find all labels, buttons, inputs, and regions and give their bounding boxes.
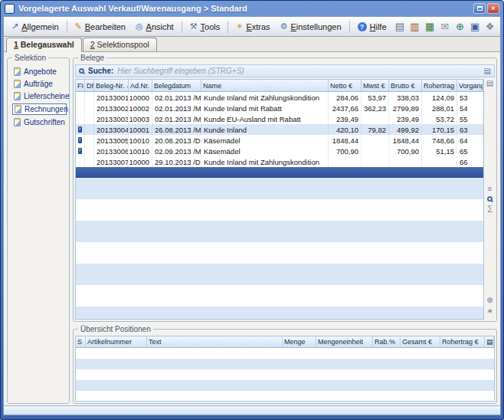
cell-fi: [76, 156, 85, 167]
col-header-belegdatum[interactable]: Belegdatum: [152, 80, 201, 91]
col-header-s[interactable]: S: [76, 336, 86, 347]
close-button[interactable]: ×: [487, 3, 499, 14]
booked-icon: [78, 126, 82, 133]
col-header-dr[interactable]: DR: [85, 80, 94, 91]
toolbar-separator: [67, 21, 67, 33]
tab-selektionspool[interactable]: 2 Selektionspool: [83, 38, 157, 51]
search-options-icon[interactable]: ▤: [484, 67, 491, 75]
cell-dr: [85, 92, 94, 103]
maximize-button[interactable]: [473, 3, 486, 14]
col-header-gesamt[interactable]: Gesamt €: [401, 336, 440, 347]
col-header-mwst[interactable]: Mwst €: [362, 80, 389, 91]
positionen-header: S Artikelnummer Text Menge Mengeneinheit…: [76, 336, 494, 348]
add-icon[interactable]: ⊕: [486, 297, 493, 304]
sidebar-item-auftraege[interactable]: Aufträge: [12, 79, 67, 89]
col-header-vorgang[interactable]: Vorgang: [457, 80, 483, 91]
cell-brutto: 338,03: [389, 92, 422, 103]
cell-belegnr: 20133005: [94, 135, 129, 146]
cell-adnr: 10001: [129, 124, 152, 135]
col-header-rohertrag[interactable]: Rohertrag €: [422, 80, 457, 91]
menu-tools[interactable]: ⚒ Tools: [185, 20, 225, 34]
belege-grid: FI DR Beleg-Nr.▲ Ad.Nr. Belegdatum Name …: [75, 79, 484, 320]
selektion-title: Selektion: [12, 54, 48, 62]
address-book-icon[interactable]: ▥: [407, 20, 422, 34]
cell-fi: [76, 124, 85, 135]
mail-icon[interactable]: ✉: [437, 20, 452, 34]
cell-dr: [85, 113, 94, 124]
selected-row[interactable]: [76, 167, 483, 178]
table-row[interactable]: 20133007 10000 29.10.2013 /Di Kunde Inla…: [76, 156, 483, 167]
table-row[interactable]: 20133006 10010 02.09.2013 /Mo Käsemädel …: [76, 146, 483, 156]
belege-title: Belege: [78, 54, 106, 62]
package-icon[interactable]: ▦: [423, 20, 437, 34]
cell-name: Käsemädel: [201, 146, 329, 156]
zoom-icon[interactable]: [487, 196, 493, 202]
cell-netto: [329, 156, 362, 167]
search-input[interactable]: Hier Suchbegriff eingeben (STRG+S): [117, 67, 479, 75]
menu-allgemein[interactable]: ↗ Allgemein: [7, 20, 64, 34]
col-header-rab[interactable]: Rab.%: [373, 336, 401, 347]
table-row[interactable]: 20133001 10000 02.01.2013 /Mi Kunde Inla…: [76, 92, 483, 103]
col-header-text[interactable]: Text: [147, 336, 283, 347]
col-header-rohertrag[interactable]: Rohertrag €: [440, 336, 485, 347]
tab-belegauswahl[interactable]: 1 Belegauswahl: [6, 38, 82, 52]
column-chooser-icon[interactable]: ▤: [486, 80, 493, 87]
settings-gear-icon: ⚙: [280, 22, 288, 31]
cell-vorgang: 54: [457, 103, 483, 113]
cell-brutto: 2799,89: [389, 103, 422, 113]
menu-hilfe[interactable]: ? Hilfe: [353, 20, 391, 34]
search-icon: [79, 68, 84, 74]
grid-empty-area: [76, 178, 483, 319]
external-window-icon[interactable]: ❖: [483, 20, 497, 34]
cell-belegdatum: 02.01.2013 /Mi: [152, 92, 201, 103]
menu-einstellungen[interactable]: ⚙ Einstellungen: [276, 20, 346, 34]
col-header-mengeneinheit[interactable]: Mengeneinheit: [316, 336, 373, 347]
cell-fi: [76, 135, 85, 146]
search-bar[interactable]: Suche: Hier Suchbegriff eingeben (STRG+S…: [75, 64, 495, 77]
cell-dr: [85, 146, 94, 156]
menu-ansicht[interactable]: ◎ Ansicht: [131, 20, 178, 34]
sidebar-item-lieferscheine[interactable]: Lieferscheine: [12, 91, 67, 101]
cell-dr: [85, 156, 94, 167]
cell-name: Kunde Inland mit Zahlungskondition: [201, 92, 329, 103]
cell-rohertrag: 748,66: [422, 135, 457, 146]
tab-bar: 1 Belegauswahl 2 Selektionspool: [4, 37, 500, 52]
col-header-menge[interactable]: Menge: [283, 336, 316, 347]
col-header-belegnr[interactable]: Beleg-Nr.▲: [94, 80, 129, 91]
cell-fi: [76, 92, 85, 103]
cell-name: Käsemädel: [201, 135, 329, 146]
cell-name: Kunde Inland: [201, 124, 329, 135]
menu-extras[interactable]: ✶ Extras: [231, 20, 274, 34]
col-header-brutto[interactable]: Brutto €: [389, 80, 422, 91]
sum-icon[interactable]: ∑: [487, 205, 493, 212]
column-chooser-icon[interactable]: ▤: [485, 336, 494, 347]
menu-label: Tools: [201, 22, 221, 31]
col-header-fi[interactable]: FI: [76, 80, 85, 91]
document-icon: [14, 67, 21, 76]
col-header-artikelnummer[interactable]: Artikelnummer: [86, 336, 147, 347]
asterisk-icon[interactable]: ∗: [486, 307, 493, 315]
menu-bearbeiten[interactable]: ✎ Bearbeiten: [70, 20, 130, 34]
app-icon: [5, 4, 15, 14]
client-area: ↗ Allgemein ✎ Bearbeiten ◎ Ansicht ⚒ Too…: [3, 16, 501, 415]
table-row[interactable]: 20133004 10001 26.08.2013 /Mo Kunde Inla…: [76, 124, 483, 135]
col-header-netto[interactable]: Netto €: [329, 80, 362, 91]
sidebar-item-rechnungen[interactable]: Rechnungen: [12, 103, 67, 115]
col-header-adnr[interactable]: Ad.Nr.: [129, 80, 152, 91]
globe-icon[interactable]: ⊕: [453, 20, 467, 34]
toolbar-separator: [349, 21, 350, 33]
table-row[interactable]: 20133005 10010 20.08.2013 /Di Käsemädel …: [76, 135, 483, 146]
cell-brutto: 700,90: [389, 146, 422, 156]
print-icon[interactable]: ▤: [393, 20, 407, 34]
belege-panel: Belege Suche: Hier Suchbegriff eingeben …: [73, 57, 497, 322]
table-row[interactable]: 20133003 10003 02.01.2013 /Mi Kunde EU-A…: [76, 113, 483, 124]
cell-fi: [76, 103, 85, 113]
col-header-name[interactable]: Name: [201, 80, 329, 91]
sidebar-item-gutschriften[interactable]: Gutschriften: [12, 117, 67, 127]
menu-label: Ansicht: [146, 22, 174, 31]
sidebar-item-angebote[interactable]: Angebote: [12, 67, 67, 77]
table-row[interactable]: 20133002 10002 02.01.2013 /Mi Kunde Inla…: [76, 103, 483, 113]
monitor-icon[interactable]: ▣: [468, 20, 483, 34]
list-icon[interactable]: ≡: [488, 185, 493, 193]
positionen-grid: S Artikelnummer Text Menge Mengeneinheit…: [75, 336, 495, 402]
